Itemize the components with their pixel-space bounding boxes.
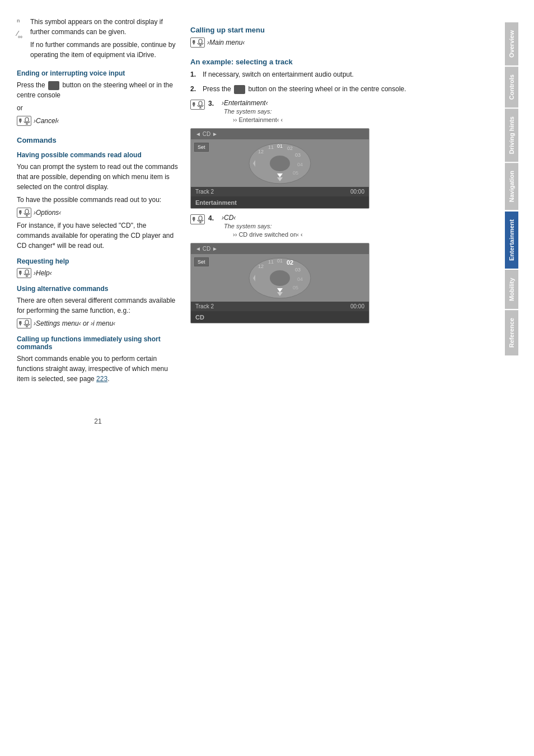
sidebar-tab-entertainment[interactable]: Entertainment xyxy=(505,212,518,269)
having-para2: To have the possible commands read out t… xyxy=(17,195,179,205)
intro-text-block: This symbol appears on the control displ… xyxy=(30,17,179,63)
step-4-icon-num: 4. xyxy=(190,213,218,224)
svg-text:04: 04 xyxy=(297,276,303,282)
main-menu-command: ›Main menu‹ xyxy=(190,37,489,48)
cd-wheel-svg-2: 01 02 03 04 05 11 12 xyxy=(246,256,313,300)
main-menu-command-text: ›Main menu‹ xyxy=(207,39,245,46)
voice-icon-help xyxy=(17,268,31,278)
svg-text:02: 02 xyxy=(287,145,293,151)
svg-text:03: 03 xyxy=(295,152,301,158)
svg-text:05: 05 xyxy=(293,170,298,176)
sidebar-tab-driving[interactable]: Driving hints xyxy=(505,109,518,162)
options-command: ›Options‹ xyxy=(17,208,179,218)
intro-text-1: This symbol appears on the control displ… xyxy=(30,17,179,37)
step-4-says-text: ›› CD drive switched on‹ ‹ xyxy=(233,231,303,238)
svg-text:02: 02 xyxy=(287,259,293,266)
voice-icon-options xyxy=(17,208,31,218)
settings-command: ›Settings menu‹ or ›i menu‹ xyxy=(17,318,179,328)
step-4-row: 4. ›CD‹ The system says: ›› CD drive swi… xyxy=(190,213,489,238)
step-3-says: The system says: xyxy=(224,108,272,115)
having-para1: You can prompt the system to read out th… xyxy=(17,162,179,192)
short-commands-heading: Calling up functions immediately using s… xyxy=(17,335,179,351)
sidebar-tab-mobility[interactable]: Mobility xyxy=(505,270,518,309)
right-column: Calling up start menu ›Main menu‹ An exa… xyxy=(190,17,489,739)
bottom-label-2: CD xyxy=(195,314,204,321)
sidebar-tab-reference[interactable]: Reference xyxy=(505,310,518,355)
step-3-row: 3. ›Entertainment‹ The system says: ›› E… xyxy=(190,98,489,124)
example-heading: An example: selecting a track xyxy=(190,58,489,66)
having-commands-heading: Having possible commands read aloud xyxy=(17,151,179,159)
svg-text:01: 01 xyxy=(277,143,283,149)
calling-start-menu-heading: Calling up start menu xyxy=(190,26,489,34)
cd-display-1: ◄ CD ► Set 01 02 03 04 xyxy=(190,128,369,209)
cd-display-2: ◄ CD ► Set 01 02 03 04 05 11 12 xyxy=(190,243,369,323)
step-3-says-text: ›› Entertainment‹ ‹ xyxy=(233,116,283,123)
intro-text-2: If no further commands are possible, con… xyxy=(30,40,179,60)
step-3-num: 3. xyxy=(208,100,214,107)
sidebar-tab-overview[interactable]: Overview xyxy=(505,22,518,65)
svg-point-19 xyxy=(270,156,290,171)
commands-heading: Commands xyxy=(17,136,179,144)
steering-btn-icon-2 xyxy=(234,85,245,94)
sidebar-tab-navigation[interactable]: Navigation xyxy=(505,163,518,210)
set-button-2[interactable]: Set xyxy=(194,257,209,266)
requesting-help-heading: Requesting help xyxy=(17,257,179,265)
voice-icon-settings xyxy=(17,318,31,328)
cancel-command: ›Cancel‹ xyxy=(17,116,179,126)
time-label-1: 00:00 xyxy=(350,189,364,195)
voice-icon xyxy=(17,116,31,126)
step-4-content: ›CD‹ The system says: ›› CD drive switch… xyxy=(222,213,303,238)
step-2-content: Press the button on the steering wheel o… xyxy=(203,84,489,94)
svg-rect-3 xyxy=(25,209,29,214)
page-link[interactable]: 223 xyxy=(96,375,107,383)
svg-rect-9 xyxy=(25,320,29,325)
svg-text:12: 12 xyxy=(258,264,264,269)
help-command: ›Help‹ xyxy=(17,268,179,278)
svg-rect-15 xyxy=(199,101,202,106)
svg-text:04: 04 xyxy=(297,162,303,167)
steps-list: 1. If necessary, switch on entertainment… xyxy=(190,69,489,94)
track-label-1: Track 2 xyxy=(195,189,214,195)
step-4-says: The system says: xyxy=(224,223,272,229)
svg-text:11: 11 xyxy=(268,144,274,150)
svg-rect-12 xyxy=(199,39,202,44)
set-button[interactable]: Set xyxy=(194,143,209,152)
svg-text:01: 01 xyxy=(277,258,283,264)
step-1-content: If necessary, switch on entertainment au… xyxy=(203,69,489,79)
svg-text:05: 05 xyxy=(293,285,298,290)
cancel-command-text: ›Cancel‹ xyxy=(34,117,59,125)
time-label-2: 00:00 xyxy=(350,303,364,309)
cd-wheel-svg: 01 02 03 04 05 11 12 xyxy=(246,141,313,186)
sidebar-tab-controls[interactable]: Controls xyxy=(505,67,518,107)
step-1-num: 1. xyxy=(190,69,198,79)
alternative-commands-heading: Using alternative commands xyxy=(17,285,179,293)
alternative-para1: There are often several different comman… xyxy=(17,295,179,316)
voice-icon-step4 xyxy=(190,214,205,224)
help-command-text: ›Help‹ xyxy=(34,269,52,277)
left-column: n ⁄₀₀ This symbol appears on the control… xyxy=(17,17,179,739)
settings-command-text: ›Settings menu‹ or ›i menu‹ xyxy=(34,320,115,327)
sidebar: Overview Controls Driving hints Navigati… xyxy=(500,17,523,739)
svg-text:03: 03 xyxy=(295,267,301,273)
ending-heading: Ending or interrupting voice input xyxy=(17,69,179,77)
svg-text:11: 11 xyxy=(268,259,274,265)
symbol-indicator-icon: n ⁄₀₀ xyxy=(17,18,28,39)
step-3-command: ›Entertainment‹ xyxy=(222,99,268,107)
step-2: 2. Press the button on the steering whee… xyxy=(190,84,489,94)
svg-rect-0 xyxy=(25,118,29,122)
intro-symbol-section: n ⁄₀₀ This symbol appears on the control… xyxy=(17,17,179,63)
page-number: 21 xyxy=(17,417,179,425)
svg-text:12: 12 xyxy=(258,149,264,154)
step-3-content: ›Entertainment‹ The system says: ›› Ente… xyxy=(222,98,283,124)
ending-text: Press the button on the steering wheel o… xyxy=(17,80,179,100)
svg-rect-6 xyxy=(25,270,29,274)
track-label-2: Track 2 xyxy=(195,303,214,309)
step-1: 1. If necessary, switch on entertainment… xyxy=(190,69,489,79)
svg-rect-30 xyxy=(199,216,202,220)
voice-icon-main-menu xyxy=(190,37,205,48)
short-commands-para: Short commands enable you to perform cer… xyxy=(17,354,179,384)
sidebar-tabs: Overview Controls Driving hints Navigati… xyxy=(505,22,518,355)
voice-icon-step3 xyxy=(190,100,205,110)
ending-or: or xyxy=(17,103,179,113)
svg-point-34 xyxy=(270,270,290,286)
